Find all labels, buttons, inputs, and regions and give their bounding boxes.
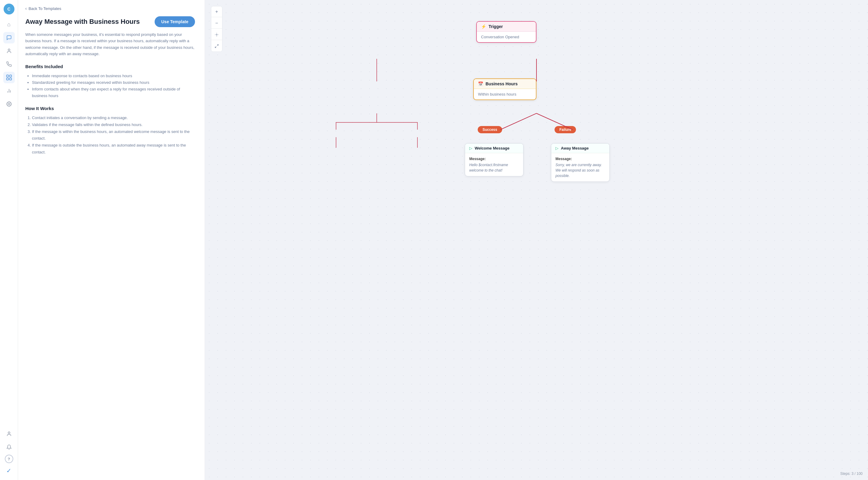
step-item: Contact initiates a conversation by send… [32,115,195,121]
welcome-title: Welcome Message [475,146,509,150]
benefits-list: Immediate response to contacts based on … [25,73,195,99]
home-icon[interactable]: ⌂ [3,19,15,30]
welcome-header: ▷ Welcome Message [465,144,523,153]
away-body: Message: Sorry, we are currently away. W… [551,153,610,181]
back-to-templates-link[interactable]: ‹ Back To Templates [25,6,195,11]
profile-icon[interactable] [3,428,15,440]
svg-rect-4 [9,78,11,80]
bh-title: Business Hours [486,82,518,86]
chat-icon[interactable] [3,32,15,43]
svg-point-10 [216,34,217,35]
step-item: If the message is within the business ho… [32,128,195,142]
away-title: Away Message [561,146,589,150]
welcome-body: Message: Hello $contact.firstname welcom… [465,153,523,176]
center-button[interactable] [211,29,222,40]
trigger-node-header: ⚡ Trigger [477,22,536,32]
business-hours-node[interactable]: 📅 Business Hours Within business hours [473,79,536,100]
page-title: Away Message with Business Hours [25,18,140,26]
contacts-icon[interactable] [3,45,15,57]
zoom-in-button[interactable]: + [211,6,222,17]
reports-icon[interactable] [3,59,15,70]
send-icon-away: ▷ [555,146,558,150]
svg-line-16 [215,47,216,48]
benefit-item: Inform contacts about when they can expe… [32,86,195,99]
step-item: If the message is outside the business h… [32,142,195,156]
success-badge: Success [478,126,502,133]
back-arrow-icon: ‹ [25,6,27,11]
send-icon-welcome: ▷ [469,146,472,150]
svg-line-18 [500,113,536,130]
trigger-icon: ⚡ [481,24,486,29]
automation-icon[interactable] [3,72,15,83]
trigger-node[interactable]: ⚡ Trigger Conversation Opened [476,21,536,43]
svg-rect-1 [6,75,8,77]
avatar[interactable]: C [4,4,14,14]
welcome-label: Message: [469,156,519,161]
fit-button[interactable] [211,41,222,52]
benefit-item: Standardized greeting for messages recei… [32,79,195,86]
step-item: Validates if the message falls within th… [32,121,195,128]
welcome-text: Hello $contact.firstname welcome to the … [469,163,508,173]
welcome-message-node[interactable]: ▷ Welcome Message Message: Hello $contac… [465,143,524,176]
settings-icon[interactable] [3,98,15,110]
how-it-works-title: How It Works [25,106,195,111]
main-container: ‹ Back To Templates Away Message with Bu… [18,0,868,480]
away-header: ▷ Away Message [551,144,610,153]
description-text: When someone messages your business, it'… [25,31,195,57]
left-panel: ‹ Back To Templates Away Message with Bu… [18,0,205,480]
trigger-body: Conversation Opened [477,32,536,42]
svg-point-8 [8,103,10,105]
failure-label: Failure [559,127,571,132]
flow-diagram: ⚡ Trigger Conversation Opened 📅 Business… [205,0,868,480]
zoom-out-button[interactable]: − [211,18,222,29]
away-text: Sorry, we are currently away. We will re… [555,163,602,178]
checkmark-icon[interactable]: ✓ [3,465,15,476]
notifications-icon[interactable] [3,442,15,453]
help-icon[interactable]: ? [5,455,13,463]
svg-point-0 [8,49,10,51]
connector-lines [205,0,868,480]
svg-rect-2 [9,75,11,77]
svg-rect-3 [6,78,8,80]
svg-point-9 [8,432,10,433]
analytics-icon[interactable] [3,85,15,96]
back-link-label: Back To Templates [29,6,61,11]
svg-line-15 [217,44,218,46]
calendar-icon: 📅 [478,82,483,86]
success-label: Success [483,127,497,132]
away-message-node[interactable]: ▷ Away Message Message: Sorry, we are cu… [551,143,610,182]
failure-badge: Failure [555,126,576,133]
benefits-title: Benefits Included [25,64,195,69]
away-label: Message: [555,156,605,161]
page-header: Away Message with Business Hours Use Tem… [25,16,195,27]
how-it-works-list: Contact initiates a conversation by send… [25,115,195,156]
steps-counter: Steps: 3 / 100 [840,472,863,476]
bh-node-header: 📅 Business Hours [474,79,536,89]
bh-body: Within business hours [474,89,536,99]
canvas-controls: + − [211,6,222,52]
sidebar: C ⌂ ? ✓ [0,0,18,480]
benefit-item: Immediate response to contacts based on … [32,73,195,79]
flow-canvas-panel[interactable]: + − [205,0,868,480]
trigger-title: Trigger [489,24,503,29]
use-template-button[interactable]: Use Template [155,16,195,27]
